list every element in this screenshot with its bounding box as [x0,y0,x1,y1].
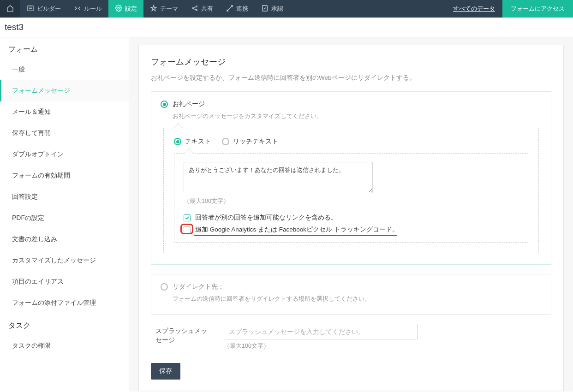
radio-text[interactable] [174,138,181,145]
builder-icon [27,5,34,13]
nav-builder-label: ビルダー [37,5,61,13]
panel-subtitle: お礼ページを設定するか、フォーム送信時に回答者を別のWebページにリダイレクトす… [151,74,551,82]
rules-icon [74,5,81,13]
splash-label: スプラッシュメッセージ [155,324,211,345]
nav-share[interactable]: 共有 [185,0,220,18]
redirect-box: リダイレクト先： フォームの送信時に回答者をリダイレクトする場所を選択してくださ… [151,274,551,315]
sidebar-section-form: フォーム [0,37,129,59]
checkbox-include-link[interactable] [184,214,191,221]
sidebar-item-response-settings[interactable]: 回答設定 [0,186,129,208]
nav-approve-label: 承認 [271,5,283,13]
sidebar-item-mail-notify[interactable]: メール＆通知 [0,101,129,123]
panel-form-message: フォームメッセージ お礼ページを設定するか、フォーム送信時に回答者を別のWebペ… [138,45,564,391]
nav-rules[interactable]: ルール [67,0,108,18]
share-icon [191,5,198,13]
checkbox-tracking[interactable] [184,226,191,233]
sidebar-item-pdf[interactable]: PDFの設定 [0,208,129,229]
rich-option[interactable]: リッチテキスト [222,137,278,146]
sidebar-item-form-message[interactable]: フォームメッセージ [0,80,129,101]
nav-settings[interactable]: 設定 [108,0,143,18]
redirect-desc: フォームの送信時に回答者をリダイレクトする場所を選択してください。 [173,295,542,303]
pointer2-icon [184,148,193,158]
tracking-label: 追加 Google Analytics または Facebookピクセル トラッ… [195,226,399,234]
sidebar-item-save-resume[interactable]: 保存して再開 [0,123,129,144]
panel-heading: フォームメッセージ [151,56,551,67]
nav-settings-label: 設定 [125,5,137,13]
radio-redirect[interactable] [161,283,168,291]
redirect-radio-row[interactable]: リダイレクト先： [161,283,542,291]
message-inner: （最大100文字） 回答者が別の回答を追加可能なリンクを含める。 追加 Goog… [174,153,528,243]
sidebar-item-validity[interactable]: フォームの有効期間 [0,165,129,186]
nav-builder[interactable]: ビルダー [20,0,67,18]
page-title: test3 [0,18,573,37]
svg-point-3 [196,6,197,7]
redirect-label: リダイレクト先： [173,283,224,291]
top-nav: ビルダー ルール 設定 テーマ 共有 連携 承認 すべてのデータ フォームにアク… [0,0,573,18]
sidebar: フォーム 一般 フォームメッセージ メール＆通知 保存して再開 ダブルオプトイン… [0,37,129,392]
sidebar-section-task: タスク [0,314,129,335]
thank-you-hint: （最大100文字） [184,197,519,205]
sidebar-item-custom-msg[interactable]: カスタマイズしたメッセージ [0,250,129,271]
include-link-row[interactable]: 回答者が別の回答を追加可能なリンクを含める。 [184,214,519,222]
thank-you-desc: お礼ページのメッセージをカスタマイズしてください。 [173,112,542,120]
sidebar-item-double-optin[interactable]: ダブルオプトイン [0,144,129,165]
nav-left: ビルダー ルール 設定 テーマ 共有 連携 承認 [0,0,446,18]
nav-link-label: 連携 [236,5,248,13]
splash-hint: （最大100文字） [224,342,547,350]
sidebar-item-attachments[interactable]: フォームの添付ファイル管理 [0,292,129,314]
nav-theme-label: テーマ [160,5,178,13]
sidebar-item-task-perm[interactable]: タスクの権限 [0,335,129,356]
tracking-row[interactable]: 追加 Google Analytics または Facebookピクセル トラッ… [184,226,519,234]
access-form-button[interactable]: フォームにアクセス [502,0,573,18]
nav-approve[interactable]: 承認 [255,0,290,18]
text-type-row: テキスト リッチテキスト [174,137,528,146]
main-content: フォームメッセージ お礼ページを設定するか、フォーム送信時に回答者を別のWebペ… [129,37,573,392]
nav-share-label: 共有 [201,5,213,13]
thank-you-box: お礼ページ お礼ページのメッセージをカスタマイズしてください。 テキスト リッチ… [151,91,551,265]
nav-right: すべてのデータ フォームにアクセス [446,0,573,18]
rich-option-label: リッチテキスト [233,137,278,146]
link-icon [226,5,233,13]
text-option[interactable]: テキスト [174,137,211,146]
splash-input[interactable] [224,324,418,339]
theme-icon [150,5,157,13]
all-data-link[interactable]: すべてのデータ [446,0,502,18]
thank-you-label: お礼ページ [173,100,205,108]
thank-you-message-input[interactable] [184,162,373,193]
svg-point-4 [196,9,197,11]
radio-rich[interactable] [222,138,229,145]
include-link-label: 回答者が別の回答を追加可能なリンクを含める。 [195,214,337,222]
pointer-icon [173,123,183,132]
nav-home[interactable] [0,0,20,18]
svg-point-2 [192,7,194,9]
nav-rules-label: ルール [84,5,102,13]
text-option-label: テキスト [185,137,211,146]
thank-you-radio-row[interactable]: お礼ページ [161,100,542,108]
sidebar-item-field-alias[interactable]: 項目のエイリアス [0,271,129,292]
thank-you-inner: テキスト リッチテキスト （最大100文字） 回答者が別 [163,128,539,253]
annotation-underline [194,235,397,236]
sidebar-item-general[interactable]: 一般 [0,59,129,80]
nav-theme[interactable]: テーマ [143,0,185,18]
approve-icon [261,5,269,13]
sidebar-item-doc-merge[interactable]: 文書の差し込み [0,229,129,250]
svg-point-1 [118,7,119,9]
home-icon [6,5,14,13]
save-button[interactable]: 保存 [151,363,180,380]
settings-icon [115,5,122,13]
radio-thank-you[interactable] [161,101,168,108]
nav-link[interactable]: 連携 [220,0,255,18]
splash-row: スプラッシュメッセージ （最大100文字） [155,324,547,350]
